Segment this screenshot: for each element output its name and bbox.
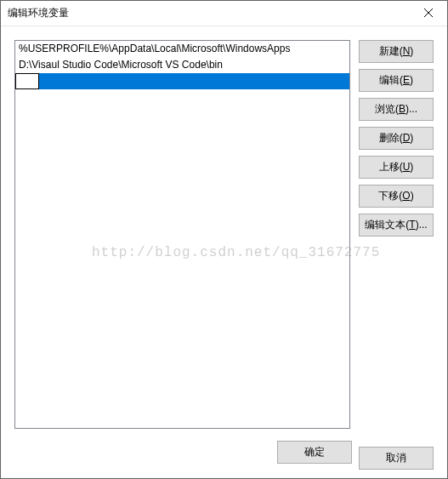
inline-edit-input[interactable] (15, 73, 39, 89)
list-item[interactable]: %USERPROFILE%\AppData\Local\Microsoft\Wi… (15, 41, 349, 57)
cancel-button[interactable]: 取消 (359, 447, 434, 470)
dialog-window: 编辑环境变量 %USERPROFILE%\AppData\Local\Micro… (0, 0, 448, 479)
move-down-button[interactable]: 下移(O) (359, 185, 434, 208)
close-button[interactable] (409, 1, 447, 26)
browse-button[interactable]: 浏览(B)... (359, 98, 434, 121)
dialog-content: %USERPROFILE%\AppData\Local\Microsoft\Wi… (1, 26, 447, 478)
edit-text-button[interactable]: 编辑文本(T)... (359, 214, 434, 237)
move-up-button[interactable]: 上移(U) (359, 156, 434, 179)
ok-button[interactable]: 确定 (277, 441, 352, 464)
button-column: 新建(N) 编辑(E) 浏览(B)... 删除(D) 上移(U) 下移(O) (359, 40, 434, 429)
list-item[interactable] (15, 73, 349, 89)
new-button[interactable]: 新建(N) (359, 40, 434, 63)
close-icon (424, 8, 433, 20)
edit-button[interactable]: 编辑(E) (359, 69, 434, 92)
path-listbox[interactable]: %USERPROFILE%\AppData\Local\Microsoft\Wi… (14, 40, 350, 429)
delete-button[interactable]: 删除(D) (359, 127, 434, 150)
dialog-footer: 确定 取消 (14, 429, 434, 470)
titlebar: 编辑环境变量 (1, 1, 447, 26)
main-area: %USERPROFILE%\AppData\Local\Microsoft\Wi… (14, 40, 434, 429)
window-title: 编辑环境变量 (8, 6, 409, 20)
list-item[interactable]: D:\Visaul Studio Code\Microsoft VS Code\… (15, 57, 349, 73)
